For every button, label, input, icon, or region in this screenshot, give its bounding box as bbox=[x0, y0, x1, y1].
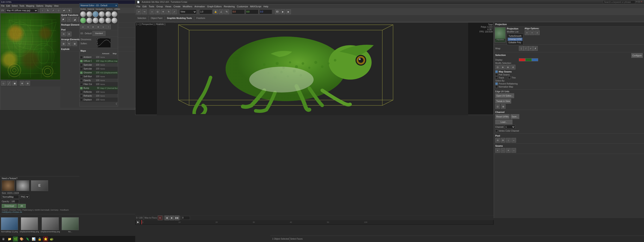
unwrap-uvw-item[interactable]: Unwrap UVW bbox=[508, 38, 522, 41]
z-coord[interactable] bbox=[259, 10, 272, 14]
uv-viewport[interactable] bbox=[0, 13, 60, 80]
menu-help-max[interactable]: Help bbox=[264, 5, 268, 8]
menu-edit-max[interactable]: Edit bbox=[142, 5, 146, 8]
mat-menu-modes[interactable]: Modes bbox=[80, 8, 86, 10]
color-swatch-red[interactable] bbox=[519, 58, 525, 61]
peel-p2[interactable]: ⟳ bbox=[500, 138, 505, 143]
menu-file[interactable]: File bbox=[1, 5, 4, 7]
format-type-select[interactable]: PNG JPG bbox=[20, 195, 29, 199]
snap-value[interactable] bbox=[200, 10, 212, 14]
qt-btn3[interactable]: ◢ bbox=[72, 17, 77, 22]
mat-sphere-3[interactable] bbox=[92, 11, 98, 17]
load-btn[interactable]: Load... bbox=[495, 119, 512, 124]
preview-thumb-1[interactable] bbox=[2, 180, 14, 191]
preview-thumb-3[interactable]: E bbox=[31, 180, 48, 191]
map-check-bump[interactable] bbox=[80, 87, 83, 89]
mat-sphere-11[interactable] bbox=[105, 18, 111, 24]
map-check-selfillum[interactable] bbox=[80, 75, 83, 78]
taskbar-icon-3[interactable]: 🌿 bbox=[13, 236, 18, 241]
max-btn-ctrl[interactable]: □ bbox=[638, 1, 640, 4]
menu-animation-max[interactable]: Animation bbox=[194, 5, 205, 8]
menu-view[interactable]: View bbox=[54, 5, 58, 7]
map-value-refraction[interactable]: None bbox=[100, 95, 118, 97]
loop-btn[interactable]: ⊗ bbox=[25, 81, 30, 86]
peel-p3[interactable]: ↕ bbox=[506, 138, 511, 143]
undo-btn[interactable]: ↩ bbox=[136, 10, 141, 14]
mat-close-btn[interactable]: ✕ bbox=[115, 4, 117, 7]
mat-get-scene[interactable]: ↓S bbox=[80, 25, 85, 29]
3d-viewport[interactable]: [ + ] [ Perspective ] [ Realistic ] Tota… bbox=[135, 22, 494, 115]
reset-uvws-btn[interactable]: Reset UVWs bbox=[495, 114, 510, 119]
email-link[interactable]: mail@petry-christian.de bbox=[2, 211, 22, 213]
mod-sel-4[interactable]: ⊘ bbox=[511, 65, 516, 69]
wrap-btn1[interactable]: | bbox=[519, 46, 524, 51]
map-value-glossiness[interactable]: #15 (DisplacementMap.png) bbox=[100, 72, 118, 74]
color-swatch-blue[interactable] bbox=[532, 58, 538, 61]
mat-sphere-6[interactable] bbox=[112, 11, 118, 17]
qt-btn1[interactable]: ◤ bbox=[61, 17, 66, 22]
snap-btn[interactable]: ⊕ bbox=[20, 81, 24, 86]
map-value-opacity[interactable]: None bbox=[100, 79, 118, 81]
mat-sphere-1[interactable] bbox=[80, 11, 86, 17]
taskbar-icon-9[interactable]: 🐢 bbox=[49, 236, 54, 241]
map-value-bump[interactable]: Map #7 (Normal Bump) bbox=[100, 87, 118, 89]
mat-sphere-12[interactable] bbox=[112, 18, 118, 24]
mat-put-scene[interactable]: ↑S bbox=[86, 25, 90, 29]
seam-btn4[interactable]: → bbox=[511, 148, 516, 153]
map-value-ambient[interactable]: None bbox=[100, 56, 118, 58]
mat-collapse-btn[interactable]: 《 bbox=[80, 102, 118, 106]
mirror-v-icon[interactable]: ⇅ bbox=[67, 8, 72, 13]
snap-toggle-btn[interactable]: 🔒 bbox=[213, 10, 218, 14]
map-select-dropdown[interactable]: Map #6 (diffuse map.jpg) bbox=[6, 9, 38, 13]
menu-select[interactable]: Select bbox=[12, 5, 18, 7]
select-edge-btn[interactable]: ╱ bbox=[7, 81, 12, 86]
mat-menu-material[interactable]: Material bbox=[87, 8, 94, 10]
play-anim-btn[interactable]: ▶ bbox=[170, 215, 174, 220]
seam-btn1[interactable]: + bbox=[495, 148, 500, 153]
reference-select[interactable]: View World Local bbox=[180, 10, 197, 14]
peel-btn2[interactable]: ⟳ bbox=[67, 32, 72, 36]
map-check-reflection[interactable] bbox=[80, 91, 83, 93]
menu-edit[interactable]: Edit bbox=[6, 5, 10, 7]
tweak-in-view-btn[interactable]: Tweak in View bbox=[495, 99, 511, 103]
select-face-btn[interactable]: ▣ bbox=[12, 81, 17, 86]
mod-sel-2[interactable]: ⊕ bbox=[500, 65, 505, 69]
search-input[interactable] bbox=[603, 1, 635, 4]
peel-btn1[interactable]: ⟲ bbox=[61, 32, 66, 36]
preview-thumb-2[interactable] bbox=[16, 180, 29, 191]
scale-tool-btn[interactable]: ⤢ bbox=[172, 10, 177, 14]
map-check-specular[interactable] bbox=[80, 64, 83, 66]
menu-maxscript-max[interactable]: MAXScript bbox=[250, 5, 261, 8]
mat-menu-nav[interactable]: Navigation bbox=[96, 8, 105, 10]
opacity-input[interactable] bbox=[10, 199, 19, 203]
play-btn[interactable]: ▶ bbox=[136, 220, 140, 224]
map-value-specular[interactable]: None bbox=[100, 64, 118, 66]
render-setup-btn[interactable]: 🎞 bbox=[275, 10, 280, 14]
thumb-img-4[interactable] bbox=[62, 217, 79, 230]
map-seams-checkbox[interactable] bbox=[495, 70, 498, 73]
move-tool-btn[interactable]: ✛ bbox=[161, 10, 166, 14]
object-preview[interactable]: Plane003 bbox=[495, 27, 506, 42]
vertex-color-checkbox[interactable] bbox=[495, 130, 498, 132]
timeline-track[interactable]: 0 10 20 30 40 50 100 bbox=[142, 220, 493, 224]
taskbar-icon-4[interactable]: 🎨 bbox=[19, 236, 24, 241]
mat-sphere-2[interactable] bbox=[86, 11, 92, 17]
taskbar-icon-6[interactable]: 📊 bbox=[31, 236, 36, 241]
angle-snap-btn[interactable]: ∠ bbox=[219, 10, 224, 14]
align-y-btn[interactable]: Y bbox=[530, 30, 534, 35]
map-check-displacement[interactable] bbox=[80, 98, 83, 101]
track-checkbox[interactable] bbox=[495, 76, 498, 79]
prev-frame-btn[interactable]: ◀ bbox=[164, 215, 169, 220]
peel-p1[interactable]: ⟲ bbox=[495, 138, 500, 143]
thumb-img-2[interactable] bbox=[21, 217, 38, 230]
prevent-refl-checkbox[interactable] bbox=[495, 82, 498, 85]
mirror-h-icon[interactable]: ⇄ bbox=[62, 8, 66, 13]
open-uv-editor-btn[interactable]: Open UV Editor... bbox=[495, 93, 514, 98]
map-check-refraction[interactable] bbox=[80, 95, 83, 97]
render-btn[interactable]: ▶ bbox=[280, 10, 285, 14]
menu-display[interactable]: Display bbox=[45, 5, 52, 7]
map-value-diffuse[interactable]: Map #6 (diffuse map.jpg) bbox=[100, 60, 118, 62]
mat-reset[interactable]: ⊗ bbox=[90, 25, 95, 29]
map-check-ambient[interactable] bbox=[80, 56, 83, 59]
align-z-btn[interactable]: Z bbox=[535, 30, 540, 35]
